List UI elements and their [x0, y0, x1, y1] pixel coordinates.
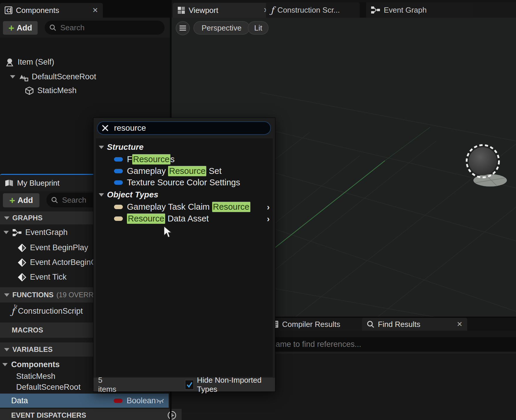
- tab-components[interactable]: C Components ✕: [0, 3, 103, 18]
- variables-header-label: VARIABLES: [12, 345, 53, 354]
- tab-viewport[interactable]: Viewport ✕: [173, 3, 274, 18]
- struct-pill-icon: [114, 180, 123, 185]
- hide-non-imported-checkbox[interactable]: [185, 380, 194, 390]
- tab-event-graph-label: Event Graph: [384, 6, 427, 15]
- hide-non-imported-label: Hide Non-Imported Types: [197, 376, 275, 394]
- hamburger-icon: [180, 26, 186, 31]
- event-graph-icon: [371, 6, 380, 14]
- struct-pill-icon: [114, 157, 123, 162]
- list-item-gameplay-resource-set[interactable]: Gameplay Resource Set: [114, 166, 270, 176]
- var-data-type-label: Boolean: [127, 396, 156, 405]
- check-icon: [186, 381, 193, 388]
- structure-header-label: Structure: [107, 142, 143, 152]
- category-structure[interactable]: Structure: [99, 142, 143, 152]
- item-text: s: [170, 154, 175, 164]
- item-text-highlight: Resource: [127, 214, 165, 224]
- mouse-cursor: [163, 226, 173, 238]
- search-icon: [367, 320, 374, 328]
- close-icon[interactable]: ✕: [457, 320, 463, 328]
- tree-default-scene-root[interactable]: DefaultSceneRoot: [10, 72, 96, 81]
- static-mesh-sphere: [469, 147, 497, 175]
- lit-button[interactable]: Lit: [248, 21, 269, 35]
- popup-search[interactable]: [97, 121, 271, 135]
- viewport-menu-button[interactable]: [176, 21, 190, 35]
- popup-result-list: Structure FResources Gameplay Resource S…: [96, 138, 273, 377]
- scene-root-icon: [19, 73, 28, 81]
- construction-script-label: ConstructionScript: [18, 307, 83, 316]
- caret-down-icon: [99, 193, 104, 196]
- item-text: Texture Source Color Settings: [127, 178, 240, 187]
- components-add-button[interactable]: + Add: [3, 21, 38, 35]
- tab-my-blueprint-label: My Blueprint: [17, 179, 60, 188]
- item-text-highlight: Resource: [212, 202, 250, 212]
- row-var-default-scene-root[interactable]: DefaultSceneRoot: [16, 383, 81, 392]
- functions-header-label: FUNCTIONS: [12, 291, 53, 299]
- item-self-label: Item (Self): [18, 58, 54, 67]
- caret-down-icon[interactable]: [10, 75, 15, 78]
- components-search-input[interactable]: [60, 23, 160, 33]
- eye-closed-icon[interactable]: [156, 397, 165, 404]
- var-data-label: Data: [11, 396, 28, 405]
- components-search[interactable]: [45, 21, 165, 35]
- event-icon: [18, 243, 26, 252]
- function-icon: ƒ: [271, 5, 274, 15]
- boolean-type-pill: [114, 399, 123, 403]
- chevron-right-icon[interactable]: ›: [267, 202, 270, 212]
- caret-down-icon: [4, 348, 9, 351]
- find-references-input[interactable]: [275, 340, 500, 349]
- list-item-fresources[interactable]: FResources: [114, 154, 270, 164]
- chevron-right-icon[interactable]: ›: [267, 214, 270, 224]
- popup-search-input[interactable]: [113, 123, 266, 133]
- list-item-texture-source-color-settings[interactable]: Texture Source Color Settings: [114, 178, 270, 187]
- actor-icon: [5, 58, 14, 67]
- static-mesh-label: StaticMesh: [37, 86, 77, 95]
- row-event-tick[interactable]: Event Tick: [18, 273, 67, 282]
- tree-item-self[interactable]: Item (Self): [5, 58, 54, 67]
- section-event-dispatchers[interactable]: EVENT DISPATCHERS: [0, 409, 182, 420]
- list-item-resource-data-asset[interactable]: Resource Data Asset ›: [114, 214, 270, 224]
- clear-search-icon[interactable]: [102, 124, 109, 132]
- row-event-graph[interactable]: EventGraph: [4, 228, 68, 237]
- event-begin-play-label: Event BeginPlay: [30, 243, 88, 252]
- item-text: Data Asset: [165, 214, 209, 224]
- viewport-grid-icon: [177, 6, 185, 14]
- list-item-gameplay-task-claim-resource[interactable]: Gameplay Task Claim Resource ›: [114, 202, 270, 212]
- my-blueprint-add-label: Add: [18, 196, 33, 205]
- caret-down-icon: [99, 146, 104, 149]
- plus-circle-icon[interactable]: [167, 411, 176, 420]
- perspective-label: Perspective: [202, 23, 242, 33]
- caret-down-icon[interactable]: [4, 231, 9, 234]
- plus-icon: +: [9, 195, 15, 205]
- object-pill-icon: [114, 205, 123, 209]
- event-icon: [18, 273, 26, 282]
- popup-footer: 5 items Hide Non-Imported Types: [93, 378, 275, 392]
- unreal-blueprint-editor: C Components ✕ Viewport ✕ ƒ Construction…: [0, 0, 516, 420]
- row-components-group[interactable]: Components: [2, 360, 60, 369]
- tab-my-blueprint[interactable]: My Blueprint ✕: [0, 174, 103, 191]
- tree-static-mesh[interactable]: StaticMesh: [25, 86, 77, 95]
- caret-down-icon[interactable]: [2, 363, 8, 366]
- tab-event-graph[interactable]: Event Graph: [366, 2, 473, 18]
- tab-compiler-results[interactable]: Compiler Results: [267, 318, 371, 331]
- tab-construction-script[interactable]: ƒ Construction Scr...: [266, 2, 360, 18]
- graphs-header-label: GRAPHS: [12, 214, 43, 222]
- row-var-data-selected[interactable]: Data Boolean: [0, 394, 169, 408]
- item-text-highlight: Resource: [168, 166, 206, 176]
- var-static-mesh-label: StaticMesh: [16, 372, 56, 381]
- row-construction-script[interactable]: ƒ↻ ConstructionScript: [11, 306, 83, 316]
- tab-find-results[interactable]: Find Results ✕: [362, 318, 467, 331]
- components-group-label: Components: [11, 360, 60, 369]
- event-graph-label: EventGraph: [25, 228, 68, 237]
- construction-script-icon: ƒ↻: [11, 306, 14, 316]
- search-icon: [51, 196, 58, 204]
- tab-construction-label: Construction Scr...: [277, 6, 340, 15]
- my-blueprint-add-button[interactable]: + Add: [3, 193, 39, 207]
- close-icon[interactable]: ✕: [92, 6, 98, 14]
- lit-label: Lit: [254, 23, 262, 33]
- category-object-types[interactable]: Object Types: [99, 190, 158, 199]
- event-icon: [18, 258, 26, 267]
- perspective-button[interactable]: Perspective: [193, 21, 250, 35]
- row-var-static-mesh[interactable]: StaticMesh: [16, 372, 56, 381]
- row-event-begin-play[interactable]: Event BeginPlay: [18, 243, 88, 252]
- tab-viewport-label: Viewport: [189, 6, 218, 15]
